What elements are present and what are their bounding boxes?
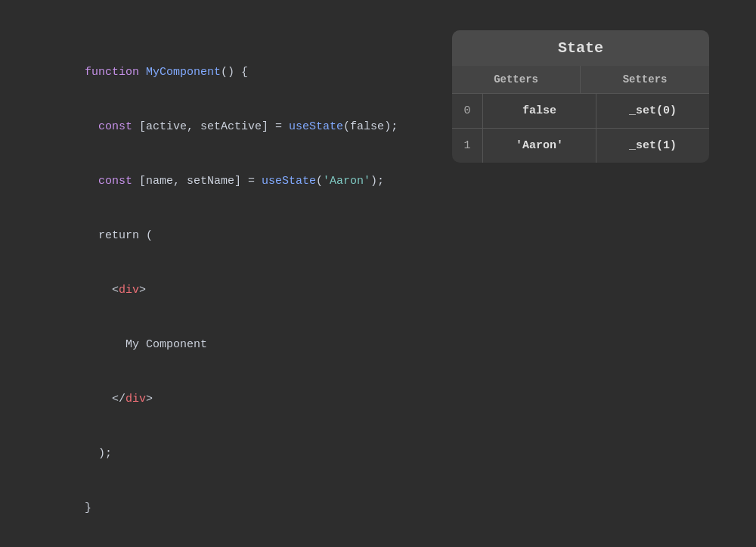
table-row-0-top: 0 false _set(0) <box>452 93 709 128</box>
header-getters-top: Getters <box>452 66 581 93</box>
code-line-5: <div> <box>30 263 398 318</box>
table-row-1-top: 1 'Aaron' _set(1) <box>452 128 709 163</box>
top-section: function MyComponent() { const [active, … <box>0 15 756 547</box>
code-line-9: } <box>30 481 398 536</box>
code-line-7: </div> <box>30 372 398 427</box>
code-line-8: ); <box>30 427 398 481</box>
state-title-top: State <box>452 30 709 66</box>
code-line-2: const [active, setActive] = useState(fal… <box>30 100 398 154</box>
top-state-table: State Getters Setters 0 false _set(0) 1 … <box>452 30 709 163</box>
keyword-function: function <box>85 66 146 79</box>
row-getter-0-top: false <box>482 94 596 128</box>
row-setter-1-top: _set(1) <box>596 129 709 163</box>
state-table-header-top: Getters Setters <box>452 66 709 93</box>
code-line-3: const [name, setName] = useState('Aaron'… <box>30 154 398 209</box>
header-setters-top: Setters <box>581 66 709 93</box>
main-container: function MyComponent() { const [active, … <box>0 0 756 547</box>
fn-mycomponent: MyComponent <box>146 66 221 79</box>
code-line-1: function MyComponent() { <box>30 45 398 100</box>
code-line-6: My Component <box>30 318 398 372</box>
state-table-body-top: 0 false _set(0) 1 'Aaron' _set(1) <box>452 93 709 163</box>
row-index-1-top: 1 <box>452 129 482 163</box>
top-code-panel: function MyComponent() { const [active, … <box>23 30 405 547</box>
row-getter-1-top: 'Aaron' <box>482 129 596 163</box>
code-line-4: return ( <box>30 209 398 263</box>
row-index-0-top: 0 <box>452 94 482 128</box>
top-state-panel: State Getters Setters 0 false _set(0) 1 … <box>428 30 733 163</box>
row-setter-0-top: _set(0) <box>596 94 709 128</box>
